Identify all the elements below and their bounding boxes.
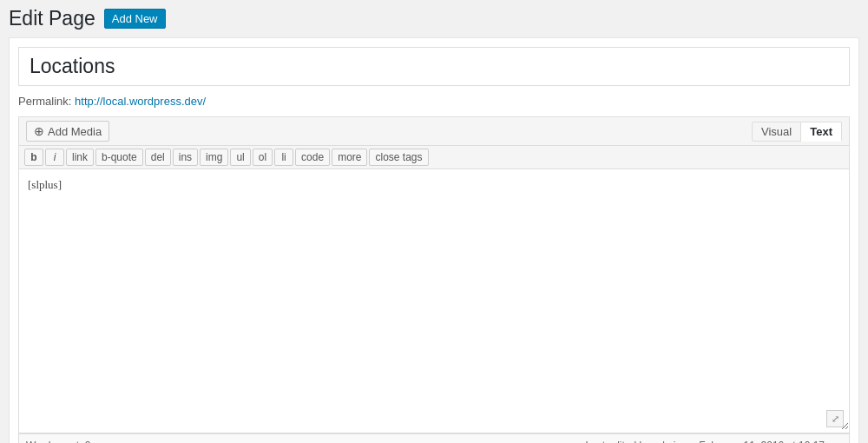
format-btn-ins[interactable]: ins	[173, 149, 198, 166]
format-btn-img[interactable]: img	[200, 149, 228, 166]
page-wrapper: Edit Page Add New Permalink: http://loca…	[0, 0, 868, 443]
tab-visual[interactable]: Visual	[752, 122, 801, 142]
permalink-link[interactable]: http://local.wordpress.dev/	[75, 95, 206, 108]
permalink-label: Permalink:	[18, 95, 71, 108]
page-title: Edit Page	[9, 7, 95, 30]
permalink-row: Permalink: http://local.wordpress.dev/	[18, 93, 850, 109]
word-count-value: 0	[85, 440, 91, 443]
format-btn-bquote[interactable]: b-quote	[95, 149, 143, 166]
format-btn-italic[interactable]: i	[45, 149, 64, 166]
editor-textarea[interactable]: [slplus]	[19, 169, 849, 430]
format-bar: b i link b-quote del ins img ul ol li co…	[18, 145, 850, 169]
format-btn-link[interactable]: link	[66, 149, 94, 166]
add-new-button[interactable]: Add New	[104, 9, 166, 29]
editor-toolbar-top: ⊕ Add Media Visual Text	[18, 116, 850, 145]
fullscreen-icon: ⤢	[832, 413, 839, 425]
page-header: Edit Page Add New	[0, 0, 868, 37]
format-btn-code[interactable]: code	[295, 149, 330, 166]
word-count: Word count: 0	[26, 440, 91, 443]
add-media-icon: ⊕	[34, 124, 44, 138]
editor-container: Permalink: http://local.wordpress.dev/ ⊕…	[9, 37, 859, 443]
format-btn-bold[interactable]: b	[24, 149, 43, 166]
add-media-label: Add Media	[48, 125, 102, 138]
fullscreen-button[interactable]: ⤢	[826, 410, 844, 427]
editor-area-wrapper: [slplus] ⤢	[18, 169, 850, 433]
format-btn-del[interactable]: del	[145, 149, 171, 166]
editor-footer: Word count: 0 Last edited by admin on Fe…	[18, 433, 850, 443]
view-tabs: Visual Text	[752, 122, 842, 142]
format-btn-ol[interactable]: ol	[253, 149, 273, 166]
last-edited: Last edited by admin on February 11, 201…	[585, 440, 842, 443]
add-media-button[interactable]: ⊕ Add Media	[26, 121, 109, 142]
post-title-input[interactable]	[18, 47, 850, 86]
format-btn-close-tags[interactable]: close tags	[369, 149, 428, 166]
format-btn-li[interactable]: li	[274, 149, 293, 166]
word-count-label: Word count:	[26, 440, 82, 443]
tab-text[interactable]: Text	[801, 122, 842, 142]
format-btn-more[interactable]: more	[332, 149, 367, 166]
format-btn-ul[interactable]: ul	[230, 149, 250, 166]
